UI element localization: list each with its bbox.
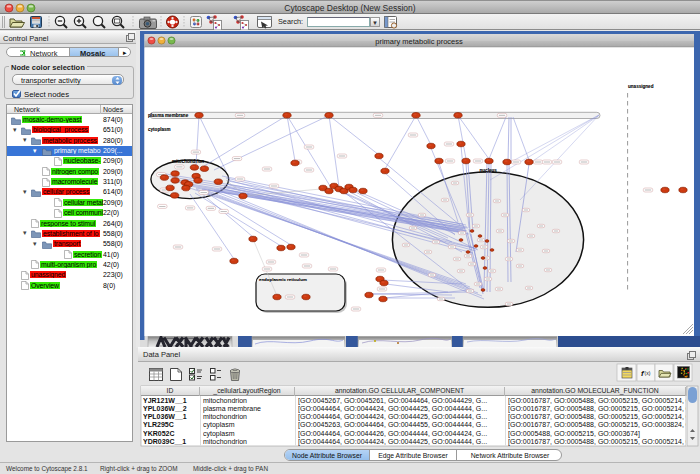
svg-text:cytoplasm: cytoplasm	[148, 127, 171, 132]
svg-text:endoplasmic reticulum: endoplasmic reticulum	[259, 277, 307, 282]
svg-text:mitochondrion: mitochondrion	[172, 159, 204, 164]
svg-text:nucleus: nucleus	[480, 168, 498, 173]
svg-text:unassigned: unassigned	[628, 84, 654, 89]
svg-text:plasma membrane: plasma membrane	[148, 113, 189, 118]
svg-text:(x): (x)	[645, 370, 651, 376]
svg-text:primary metabolic process: primary metabolic process	[375, 37, 463, 46]
